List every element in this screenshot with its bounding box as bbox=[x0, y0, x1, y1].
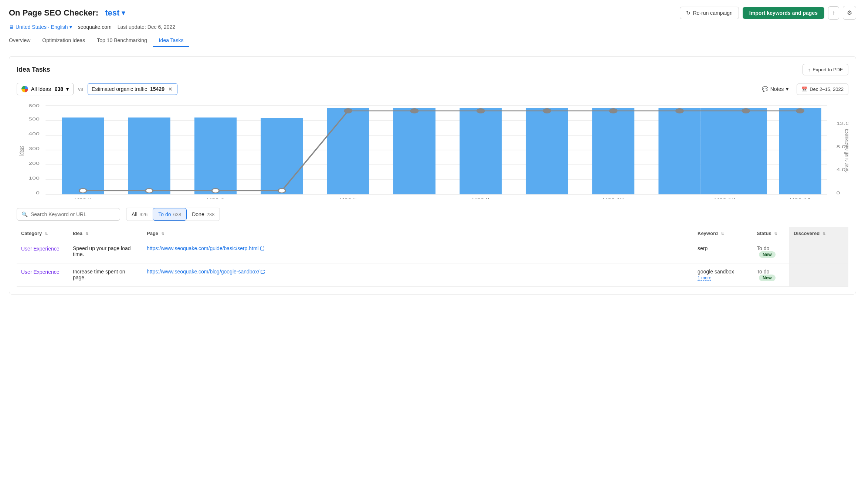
svg-rect-22 bbox=[261, 118, 303, 194]
card-header: Idea Tasks ↑ Export to PDF bbox=[17, 64, 848, 75]
status-text-1: To do bbox=[757, 245, 769, 251]
export-pdf-button[interactable]: ↑ Export to PDF bbox=[803, 64, 848, 75]
svg-text:500: 500 bbox=[28, 117, 40, 121]
notes-icon: 💬 bbox=[762, 86, 768, 92]
settings-button[interactable]: ⚙ bbox=[843, 6, 856, 20]
category-link-1[interactable]: User Experience bbox=[21, 246, 60, 252]
metric-close-button[interactable]: ✕ bbox=[167, 86, 173, 92]
tab-todo[interactable]: To do 638 bbox=[153, 208, 187, 221]
svg-point-35 bbox=[278, 188, 286, 193]
keyword-text-1: serp bbox=[698, 245, 708, 251]
svg-point-37 bbox=[411, 109, 418, 113]
svg-rect-27 bbox=[592, 108, 634, 194]
sort-idea-icon[interactable]: ⇅ bbox=[85, 232, 88, 236]
dropdown-caret-icon: ▾ bbox=[66, 86, 69, 92]
col-header-page: Page ⇅ bbox=[142, 227, 693, 240]
svg-text:Dec 14: Dec 14 bbox=[790, 197, 811, 199]
chart-container: 0 100 200 300 400 500 600 Ideas 0 4.0k 8… bbox=[17, 103, 848, 199]
col-header-idea: Idea ⇅ bbox=[68, 227, 142, 240]
svg-point-33 bbox=[146, 188, 153, 193]
tab-all[interactable]: All 926 bbox=[126, 208, 153, 221]
svg-point-38 bbox=[477, 109, 485, 113]
table-row: User Experience Speed up your page load … bbox=[17, 240, 848, 263]
tab-top10-benchmarking[interactable]: Top 10 Benchmarking bbox=[91, 34, 153, 47]
rerun-icon: ↻ bbox=[686, 10, 691, 16]
svg-point-40 bbox=[610, 109, 617, 113]
upload-icon: ↑ bbox=[808, 67, 811, 72]
svg-point-42 bbox=[742, 109, 750, 113]
sort-status-icon[interactable]: ⇅ bbox=[774, 232, 777, 236]
tab-optimization-ideas[interactable]: Optimization Ideas bbox=[36, 34, 91, 47]
keyword-more-link-2[interactable]: 1 more bbox=[698, 275, 711, 281]
tab-idea-tasks[interactable]: Idea Tasks bbox=[153, 34, 190, 47]
col-header-category: Category ⇅ bbox=[17, 227, 68, 240]
notes-button[interactable]: 💬 Notes ▾ bbox=[758, 84, 793, 95]
idea-text-1: Speed up your page load time. bbox=[73, 245, 130, 257]
svg-rect-26 bbox=[526, 108, 568, 194]
svg-rect-21 bbox=[194, 118, 237, 194]
ideas-icon bbox=[21, 86, 28, 92]
calendar-icon: 📅 bbox=[801, 86, 807, 92]
svg-text:100: 100 bbox=[28, 176, 40, 180]
filter-right-controls: 💬 Notes ▾ 📅 Dec 2–15, 2022 bbox=[758, 84, 848, 95]
date-range-button[interactable]: 📅 Dec 2–15, 2022 bbox=[797, 84, 848, 95]
ideas-chart: 0 100 200 300 400 500 600 Ideas 0 4.0k 8… bbox=[17, 103, 848, 199]
header-actions: ↻ Re-run campaign Import keywords and pa… bbox=[680, 6, 856, 20]
share-button[interactable]: ↑ bbox=[828, 6, 839, 20]
svg-rect-25 bbox=[459, 108, 502, 194]
col-header-keyword: Keyword ⇅ bbox=[693, 227, 752, 240]
tab-group: All 926 To do 638 Done 288 bbox=[126, 208, 220, 221]
svg-text:200: 200 bbox=[28, 161, 40, 166]
metric-pill: Estimated organic traffic 15429 ✕ bbox=[88, 83, 177, 95]
svg-text:600: 600 bbox=[28, 103, 40, 108]
svg-point-39 bbox=[543, 109, 551, 113]
all-ideas-dropdown[interactable]: All Ideas 638 ▾ bbox=[17, 83, 74, 95]
badge-new-2: New bbox=[759, 275, 776, 281]
monitor-icon: 🖥 bbox=[9, 24, 14, 30]
svg-point-43 bbox=[797, 109, 804, 113]
sort-category-icon[interactable]: ⇅ bbox=[45, 232, 48, 236]
location-caret-icon: ▾ bbox=[69, 24, 72, 30]
page-link-2[interactable]: https://www.seoquake.com/blog/google-san… bbox=[147, 269, 689, 275]
import-button[interactable]: Import keywords and pages bbox=[743, 7, 824, 19]
svg-text:300: 300 bbox=[28, 146, 40, 151]
search-box[interactable]: 🔍 bbox=[17, 208, 120, 221]
last-update-label: Last update: Dec 6, 2022 bbox=[118, 24, 175, 30]
project-caret-icon[interactable]: ▾ bbox=[122, 9, 125, 17]
card-title: Idea Tasks bbox=[17, 66, 50, 74]
page-link-1[interactable]: https://www.seoquake.com/guide/basic/ser… bbox=[147, 245, 689, 251]
svg-text:Dec 10: Dec 10 bbox=[603, 197, 624, 199]
table-section: 🔍 All 926 To do 638 Done bbox=[17, 208, 848, 287]
notes-caret-icon: ▾ bbox=[786, 86, 788, 92]
category-link-2[interactable]: User Experience bbox=[21, 269, 60, 275]
header-sub: 🖥 United States · English ▾ seoquake.com… bbox=[9, 24, 856, 30]
rerun-campaign-button[interactable]: ↻ Re-run campaign bbox=[680, 7, 739, 19]
col-header-status: Status ⇅ bbox=[752, 227, 789, 240]
sort-keyword-icon[interactable]: ⇅ bbox=[721, 232, 724, 236]
svg-rect-24 bbox=[393, 108, 435, 194]
bar-dec2 bbox=[62, 118, 104, 194]
svg-text:Dec 8: Dec 8 bbox=[472, 197, 489, 199]
svg-text:Dec 6: Dec 6 bbox=[339, 197, 357, 199]
main-nav: Overview Optimization Ideas Top 10 Bench… bbox=[9, 34, 856, 47]
tab-overview[interactable]: Overview bbox=[9, 34, 36, 47]
svg-text:12.0k: 12.0k bbox=[836, 121, 848, 126]
svg-rect-20 bbox=[128, 118, 170, 194]
ideas-table: Category ⇅ Idea ⇅ Page ⇅ bbox=[17, 227, 848, 287]
search-icon: 🔍 bbox=[21, 211, 28, 217]
location-selector[interactable]: 🖥 United States · English ▾ bbox=[9, 24, 72, 30]
svg-point-34 bbox=[212, 188, 219, 193]
sort-discovered-icon[interactable]: ⇅ bbox=[822, 232, 825, 236]
keyword-text-2: google sandbox bbox=[698, 269, 748, 275]
tab-done[interactable]: Done 288 bbox=[187, 208, 220, 221]
svg-point-32 bbox=[79, 188, 87, 193]
sort-page-icon[interactable]: ⇅ bbox=[161, 232, 164, 236]
search-input[interactable] bbox=[31, 211, 115, 217]
svg-point-41 bbox=[676, 109, 683, 113]
external-link-icon-2 bbox=[261, 269, 265, 274]
svg-rect-31 bbox=[779, 108, 821, 194]
project-name[interactable]: test bbox=[105, 8, 119, 18]
idea-text-2: Increase time spent on page. bbox=[73, 269, 125, 280]
svg-text:Ideas: Ideas bbox=[18, 146, 25, 156]
svg-rect-28 bbox=[658, 108, 701, 194]
